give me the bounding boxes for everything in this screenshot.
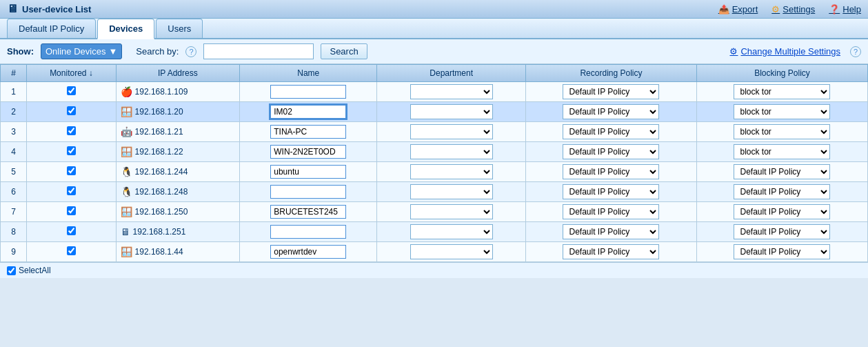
recording-policy-select[interactable]: Default IP Policy [563,84,659,99]
table-row: 9🪟192.168.1.44Default IP PolicyDefault I… [1,242,868,262]
recording-policy-select[interactable]: Default IP Policy [563,244,659,259]
monitored-checkbox[interactable] [67,186,76,195]
monitored-cell [27,142,116,162]
department-select[interactable] [410,144,493,159]
search-button[interactable]: Search [321,43,367,59]
name-input[interactable] [270,225,346,239]
department-select[interactable] [410,224,493,239]
top-bar: 🖥 User-device List 📤 Export ⚙ Settings ❓… [0,0,868,19]
monitored-checkbox[interactable] [67,226,76,235]
monitored-checkbox[interactable] [67,86,76,95]
department-select[interactable] [410,84,493,99]
name-cell [240,222,377,242]
tab-devices[interactable]: Devices [97,19,154,39]
ip-address: 192.168.1.244 [135,167,188,177]
col-name: Name [240,65,377,82]
blocking-cell: Default IP Policy [696,182,867,202]
name-input[interactable] [270,165,346,179]
department-select[interactable] [410,104,493,119]
name-cell [240,102,377,122]
top-bar-actions: 📤 Export ⚙ Settings ❓ Help [718,4,861,14]
department-select[interactable] [410,244,493,259]
ip-cell: 🪟192.168.1.250 [116,202,240,222]
ip-cell: 🤖192.168.1.21 [116,122,240,142]
name-input[interactable] [270,205,346,219]
monitored-checkbox[interactable] [67,246,76,255]
blocking-policy-select[interactable]: Default IP Policy [734,164,830,179]
col-monitored: Monitored ↓ [27,65,116,82]
recording-policy-select[interactable]: Default IP Policy [563,184,659,199]
recording-policy-select[interactable]: Default IP Policy [563,124,659,139]
name-input[interactable] [270,85,346,99]
settings-button[interactable]: ⚙ Settings [771,4,815,14]
blocking-policy-select[interactable]: Default IP Policy [734,224,830,239]
monitored-checkbox[interactable] [67,126,76,135]
recording-policy-select[interactable]: Default IP Policy [563,204,659,219]
monitored-checkbox[interactable] [67,206,76,215]
name-input[interactable] [270,245,346,259]
recording-policy-select[interactable]: Default IP Policy [563,164,659,179]
blocking-cell: block tor [696,82,867,102]
search-input[interactable] [203,43,314,59]
change-settings-button[interactable]: ⚙ Change Multiple Settings [729,46,840,57]
blocking-policy-select[interactable]: block tor [734,124,830,139]
table-row: 4🪟192.168.1.22Default IP Policyblock tor [1,142,868,162]
recording-cell: Default IP Policy [525,242,696,262]
ip-cell: 🪟192.168.1.20 [116,102,240,122]
select-all-label: SelectAll [19,266,51,275]
department-select[interactable] [410,184,493,199]
ip-cell: 🖥192.168.1.251 [116,222,240,242]
help-icon: ❓ [829,4,840,14]
monitored-cell [27,122,116,142]
name-cell [240,242,377,262]
help-button[interactable]: ❓ Help [829,4,861,14]
department-cell [377,242,526,262]
monitored-checkbox[interactable] [67,146,76,155]
monitored-checkbox[interactable] [67,106,76,115]
table-row: 1🍎192.168.1.109Default IP Policyblock to… [1,82,868,102]
name-cell [240,202,377,222]
recording-policy-select[interactable]: Default IP Policy [563,224,659,239]
name-input[interactable] [270,185,346,199]
recording-policy-select[interactable]: Default IP Policy [563,144,659,159]
row-num: 9 [1,242,27,262]
department-select[interactable] [410,164,493,179]
monitored-cell [27,202,116,222]
search-by-label: Search by: [136,46,179,57]
select-all-checkbox[interactable] [7,266,16,275]
device-table-container: # Monitored ↓ IP Address Name Department… [0,64,868,262]
department-select[interactable] [410,204,493,219]
search-help-icon[interactable]: ? [185,46,196,57]
show-label: Show: [7,46,34,57]
blocking-policy-select[interactable]: block tor [734,84,830,99]
tab-default-ip[interactable]: Default IP Policy [7,19,96,38]
export-button[interactable]: 📤 Export [718,4,758,14]
blocking-policy-select[interactable]: block tor [734,104,830,119]
department-cell [377,222,526,242]
blocking-policy-select[interactable]: block tor [734,144,830,159]
recording-policy-select[interactable]: Default IP Policy [563,104,659,119]
ip-cell: 🐧192.168.1.244 [116,162,240,182]
table-row: 6🐧192.168.1.248Default IP PolicyDefault … [1,182,868,202]
name-input[interactable] [270,145,346,159]
row-num: 8 [1,222,27,242]
blocking-policy-select[interactable]: Default IP Policy [734,244,830,259]
col-ip: IP Address [116,65,240,82]
blocking-cell: Default IP Policy [696,202,867,222]
name-input[interactable] [270,125,346,139]
monitored-checkbox[interactable] [67,166,76,175]
blocking-policy-select[interactable]: Default IP Policy [734,184,830,199]
blocking-cell: block tor [696,142,867,162]
ip-cell: 🪟192.168.1.44 [116,242,240,262]
name-input[interactable] [270,105,346,119]
settings-help-icon[interactable]: ? [850,46,861,57]
tab-users[interactable]: Users [156,19,203,38]
table-row: 8🖥192.168.1.251Default IP PolicyDefault … [1,222,868,242]
ip-cell: 🪟192.168.1.22 [116,142,240,162]
toolbar: Show: Online Devices ▼ Search by: ? Sear… [0,39,868,64]
department-select[interactable] [410,124,493,139]
os-icon: 🐧 [121,186,132,197]
show-dropdown[interactable]: Online Devices ▼ [41,43,122,59]
blocking-policy-select[interactable]: Default IP Policy [734,204,830,219]
department-cell [377,82,526,102]
